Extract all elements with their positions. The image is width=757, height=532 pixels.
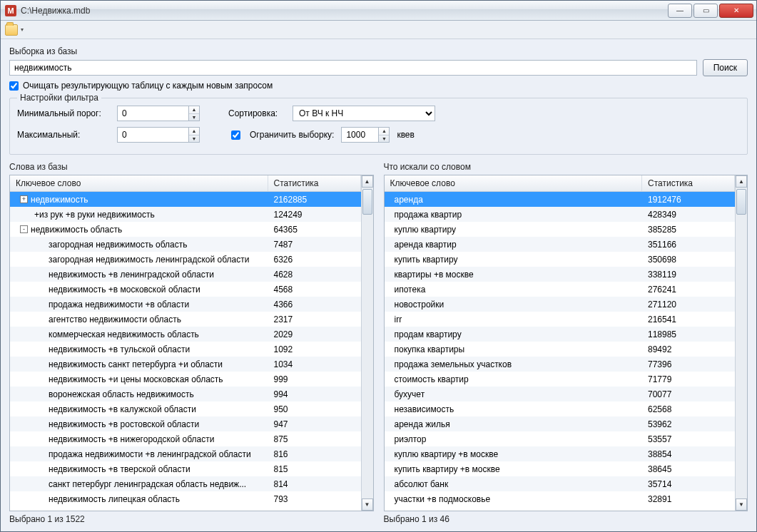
scroll-track[interactable] xyxy=(736,188,747,498)
stat-value: 118985 xyxy=(642,328,735,341)
spin-down-icon[interactable]: ▼ xyxy=(189,135,199,143)
stat-value: 32891 xyxy=(642,493,735,506)
table-row[interactable]: абсолют банк35714 xyxy=(385,476,736,491)
scroll-down-icon[interactable]: ▼ xyxy=(736,498,747,511)
open-folder-icon[interactable] xyxy=(5,24,18,36)
table-row[interactable]: +из рук +в руки недвижимость124249 xyxy=(10,207,361,222)
open-folder-dropdown-icon[interactable]: ▾ xyxy=(21,26,24,33)
maximize-button[interactable]: ▭ xyxy=(694,4,718,18)
table-row[interactable]: недвижимость +в московской области4568 xyxy=(10,282,361,297)
table-row[interactable]: новостройки271120 xyxy=(385,297,736,312)
table-row[interactable]: риэлтор53557 xyxy=(385,431,736,446)
table-row[interactable]: стоимость квартир71779 xyxy=(385,372,736,387)
table-row[interactable]: покупка квартиры89492 xyxy=(385,342,736,357)
right-grid-header: Ключевое слово Статистика xyxy=(385,175,736,192)
stat-value: 2317 xyxy=(268,313,361,326)
keyword-text: недвижимость область xyxy=(31,225,122,235)
table-row[interactable]: бухучет70077 xyxy=(385,387,736,401)
stat-value: 77396 xyxy=(642,358,735,371)
right-col-stat[interactable]: Статистика xyxy=(642,175,735,191)
keyword-text: аренда квартир xyxy=(395,240,457,250)
scroll-up-icon[interactable]: ▲ xyxy=(362,175,373,188)
min-threshold-input[interactable] xyxy=(117,106,188,121)
table-row[interactable]: продажа земельных участков77396 xyxy=(385,357,736,372)
table-row[interactable]: недвижимость липецкая область793 xyxy=(10,491,361,506)
table-row[interactable]: недвижимость санкт петербурга +и области… xyxy=(10,357,361,372)
table-row[interactable]: аренда1912476 xyxy=(385,192,736,207)
table-row[interactable]: недвижимость +в тверской области815 xyxy=(10,461,361,476)
table-row[interactable]: купить квартиру350698 xyxy=(385,252,736,267)
table-row[interactable]: -недвижимость область64365 xyxy=(10,222,361,237)
keyword-text: ипотека xyxy=(395,285,426,295)
clear-results-label: Очищать результирующую таблицу с каждым … xyxy=(23,81,273,91)
expand-icon[interactable]: + xyxy=(20,195,28,203)
table-row[interactable]: загородная недвижимость ленинградской об… xyxy=(10,252,361,267)
spin-up-icon[interactable]: ▲ xyxy=(189,128,199,135)
table-row[interactable]: недвижимость +в ростовской области947 xyxy=(10,416,361,431)
table-row[interactable]: недвижимость +в нижегородской области875 xyxy=(10,431,361,446)
spin-down-icon[interactable]: ▼ xyxy=(379,135,389,143)
search-input[interactable] xyxy=(9,60,697,76)
table-row[interactable]: ипотека276241 xyxy=(385,282,736,297)
table-row[interactable]: куплю квартиру +в москве38854 xyxy=(385,446,736,461)
spin-up-icon[interactable]: ▲ xyxy=(379,128,389,135)
clear-results-checkbox[interactable] xyxy=(9,81,19,91)
left-col-key[interactable]: Ключевое слово xyxy=(10,175,268,191)
right-column: Что искали со словом Ключевое слово Стат… xyxy=(384,160,748,524)
sort-select[interactable]: От ВЧ к НЧ xyxy=(293,106,435,121)
limit-input[interactable] xyxy=(341,127,378,143)
stat-value: 338119 xyxy=(642,268,735,281)
spin-up-icon[interactable]: ▲ xyxy=(189,106,199,114)
scroll-down-icon[interactable]: ▼ xyxy=(362,498,373,511)
keyword-text: бухучет xyxy=(395,389,425,399)
max-threshold-input[interactable] xyxy=(117,127,188,143)
collapse-icon[interactable]: - xyxy=(20,225,28,233)
table-row[interactable]: недвижимость +и цены московская область9… xyxy=(10,372,361,387)
stat-value: 7487 xyxy=(268,238,361,251)
limit-checkbox[interactable] xyxy=(231,131,240,140)
table-row[interactable]: продажа квартир428349 xyxy=(385,207,736,222)
minimize-button[interactable]: — xyxy=(668,4,692,18)
left-col-stat[interactable]: Статистика xyxy=(268,175,361,191)
scroll-up-icon[interactable]: ▲ xyxy=(736,175,747,188)
max-threshold-stepper[interactable]: ▲▼ xyxy=(117,127,200,143)
window-title: С:\Недвижка.mdb xyxy=(21,6,666,16)
stat-value: 89492 xyxy=(642,343,735,356)
table-row[interactable]: купить квартиру +в москве38645 xyxy=(385,461,736,476)
right-scrollbar[interactable]: ▲ ▼ xyxy=(735,175,747,511)
limit-stepper[interactable]: ▲▼ xyxy=(341,127,390,143)
scroll-thumb[interactable] xyxy=(362,189,372,215)
table-row[interactable]: +недвижимость2162885 xyxy=(10,192,361,207)
table-row[interactable]: воронежская область недвижимость994 xyxy=(10,387,361,401)
stat-value: 2162885 xyxy=(268,193,361,206)
scroll-track[interactable] xyxy=(362,188,373,498)
table-row[interactable]: участки +в подмосковье32891 xyxy=(385,491,736,506)
table-row[interactable]: аренда квартир351166 xyxy=(385,237,736,252)
min-threshold-stepper[interactable]: ▲▼ xyxy=(117,106,200,121)
table-row[interactable]: агентство недвижимости область2317 xyxy=(10,312,361,327)
table-row[interactable]: продажа недвижимости +в ленинградской об… xyxy=(10,446,361,461)
right-grid-body[interactable]: аренда1912476продажа квартир428349куплю … xyxy=(385,192,736,511)
table-row[interactable]: irr216541 xyxy=(385,312,736,327)
scroll-thumb[interactable] xyxy=(736,189,746,215)
table-row[interactable]: продажа недвижимости +в области4366 xyxy=(10,297,361,312)
table-row[interactable]: независимость62568 xyxy=(385,401,736,416)
left-grid-body[interactable]: +недвижимость2162885+из рук +в руки недв… xyxy=(10,192,361,511)
table-row[interactable]: санкт петербург ленинградская область не… xyxy=(10,476,361,491)
stat-value: 271120 xyxy=(642,298,735,311)
left-scrollbar[interactable]: ▲ ▼ xyxy=(361,175,373,511)
keyword-text: продажа земельных участков xyxy=(395,359,512,369)
table-row[interactable]: продам квартиру118985 xyxy=(385,327,736,342)
close-button[interactable]: ✕ xyxy=(719,4,753,18)
search-button[interactable]: Поиск xyxy=(703,59,748,76)
table-row[interactable]: коммерческая недвижимость область2029 xyxy=(10,327,361,342)
table-row[interactable]: аренда жилья53962 xyxy=(385,416,736,431)
table-row[interactable]: загородная недвижимость область7487 xyxy=(10,237,361,252)
table-row[interactable]: недвижимость +в ленинградской области462… xyxy=(10,267,361,282)
table-row[interactable]: недвижимость +в калужской области950 xyxy=(10,401,361,416)
spin-down-icon[interactable]: ▼ xyxy=(189,114,199,121)
table-row[interactable]: куплю квартиру385285 xyxy=(385,222,736,237)
table-row[interactable]: недвижимость +в тульской области1092 xyxy=(10,342,361,357)
table-row[interactable]: квартиры +в москве338119 xyxy=(385,267,736,282)
right-col-key[interactable]: Ключевое слово xyxy=(385,175,643,191)
